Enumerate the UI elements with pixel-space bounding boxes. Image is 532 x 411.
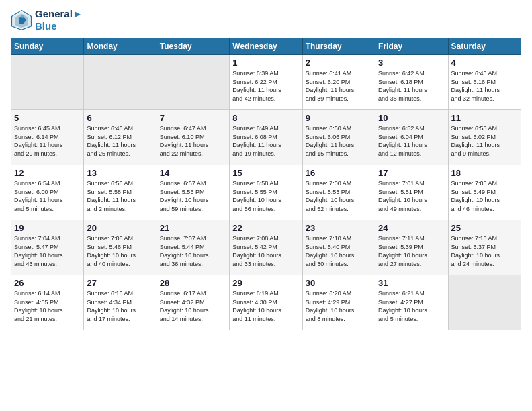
weekday-header-monday: Monday xyxy=(84,38,157,55)
day-number: 20 xyxy=(87,223,153,233)
week-row-5: 26Sunrise: 6:14 AM Sunset: 4:35 PM Dayli… xyxy=(11,275,521,330)
day-cell: 2Sunrise: 6:41 AM Sunset: 6:20 PM Daylig… xyxy=(302,55,375,110)
day-info: Sunrise: 6:43 AM Sunset: 6:16 PM Dayligh… xyxy=(451,69,518,103)
day-cell: 13Sunrise: 6:56 AM Sunset: 5:58 PM Dayli… xyxy=(84,165,157,220)
day-number: 4 xyxy=(451,58,518,68)
day-info: Sunrise: 6:52 AM Sunset: 6:04 PM Dayligh… xyxy=(378,124,445,158)
day-info: Sunrise: 7:06 AM Sunset: 5:46 PM Dayligh… xyxy=(87,234,153,268)
day-cell xyxy=(157,55,229,110)
day-cell: 12Sunrise: 6:54 AM Sunset: 6:00 PM Dayli… xyxy=(11,165,84,220)
day-number: 14 xyxy=(160,168,226,178)
day-cell: 7Sunrise: 6:47 AM Sunset: 6:10 PM Daylig… xyxy=(157,110,229,165)
day-cell: 23Sunrise: 7:10 AM Sunset: 5:40 PM Dayli… xyxy=(302,220,375,275)
day-number: 31 xyxy=(378,278,445,288)
day-number: 21 xyxy=(160,223,226,233)
day-info: Sunrise: 7:08 AM Sunset: 5:42 PM Dayligh… xyxy=(232,234,299,268)
day-cell: 19Sunrise: 7:04 AM Sunset: 5:47 PM Dayli… xyxy=(11,220,84,275)
day-cell: 30Sunrise: 6:20 AM Sunset: 4:29 PM Dayli… xyxy=(302,275,375,330)
day-cell: 31Sunrise: 6:21 AM Sunset: 4:27 PM Dayli… xyxy=(375,275,448,330)
day-number: 16 xyxy=(306,168,372,178)
weekday-header-wednesday: Wednesday xyxy=(230,38,302,55)
day-cell: 14Sunrise: 6:57 AM Sunset: 5:56 PM Dayli… xyxy=(157,165,229,220)
day-number: 7 xyxy=(160,113,226,123)
day-cell: 1Sunrise: 6:39 AM Sunset: 6:22 PM Daylig… xyxy=(230,55,302,110)
day-cell: 17Sunrise: 7:01 AM Sunset: 5:51 PM Dayli… xyxy=(375,165,448,220)
day-cell: 29Sunrise: 6:19 AM Sunset: 4:30 PM Dayli… xyxy=(230,275,302,330)
day-number: 28 xyxy=(160,278,226,288)
day-info: Sunrise: 7:07 AM Sunset: 5:44 PM Dayligh… xyxy=(160,234,226,268)
day-cell: 9Sunrise: 6:50 AM Sunset: 6:06 PM Daylig… xyxy=(302,110,375,165)
day-info: Sunrise: 6:53 AM Sunset: 6:02 PM Dayligh… xyxy=(451,124,518,158)
header: General► Blue xyxy=(11,8,521,32)
day-number: 6 xyxy=(87,113,153,123)
day-cell xyxy=(448,275,521,330)
day-info: Sunrise: 6:47 AM Sunset: 6:10 PM Dayligh… xyxy=(160,124,226,158)
day-cell: 5Sunrise: 6:45 AM Sunset: 6:14 PM Daylig… xyxy=(11,110,84,165)
day-number: 30 xyxy=(306,278,372,288)
week-row-2: 5Sunrise: 6:45 AM Sunset: 6:14 PM Daylig… xyxy=(11,110,521,165)
day-info: Sunrise: 6:41 AM Sunset: 6:20 PM Dayligh… xyxy=(306,69,372,103)
day-info: Sunrise: 6:57 AM Sunset: 5:56 PM Dayligh… xyxy=(160,179,226,213)
weekday-header-thursday: Thursday xyxy=(302,38,375,55)
day-number: 5 xyxy=(14,113,81,123)
day-cell: 10Sunrise: 6:52 AM Sunset: 6:04 PM Dayli… xyxy=(375,110,448,165)
day-cell: 25Sunrise: 7:13 AM Sunset: 5:37 PM Dayli… xyxy=(448,220,521,275)
day-info: Sunrise: 7:11 AM Sunset: 5:39 PM Dayligh… xyxy=(378,234,445,268)
day-info: Sunrise: 6:46 AM Sunset: 6:12 PM Dayligh… xyxy=(87,124,153,158)
weekday-header-tuesday: Tuesday xyxy=(157,38,229,55)
day-number: 18 xyxy=(451,168,518,178)
day-number: 10 xyxy=(378,113,445,123)
day-cell: 6Sunrise: 6:46 AM Sunset: 6:12 PM Daylig… xyxy=(84,110,157,165)
week-row-4: 19Sunrise: 7:04 AM Sunset: 5:47 PM Dayli… xyxy=(11,220,521,275)
day-cell: 20Sunrise: 7:06 AM Sunset: 5:46 PM Dayli… xyxy=(84,220,157,275)
day-info: Sunrise: 7:03 AM Sunset: 5:49 PM Dayligh… xyxy=(451,179,518,213)
day-info: Sunrise: 7:01 AM Sunset: 5:51 PM Dayligh… xyxy=(378,179,445,213)
calendar-table: SundayMondayTuesdayWednesdayThursdayFrid… xyxy=(11,38,521,330)
day-cell: 8Sunrise: 6:49 AM Sunset: 6:08 PM Daylig… xyxy=(230,110,302,165)
day-cell: 22Sunrise: 7:08 AM Sunset: 5:42 PM Dayli… xyxy=(230,220,302,275)
day-cell: 3Sunrise: 6:42 AM Sunset: 6:18 PM Daylig… xyxy=(375,55,448,110)
day-info: Sunrise: 6:45 AM Sunset: 6:14 PM Dayligh… xyxy=(14,124,81,158)
day-number: 15 xyxy=(232,168,299,178)
day-cell: 18Sunrise: 7:03 AM Sunset: 5:49 PM Dayli… xyxy=(448,165,521,220)
day-number: 26 xyxy=(14,278,81,288)
day-cell: 11Sunrise: 6:53 AM Sunset: 6:02 PM Dayli… xyxy=(448,110,521,165)
day-info: Sunrise: 6:58 AM Sunset: 5:55 PM Dayligh… xyxy=(232,179,299,213)
day-info: Sunrise: 7:00 AM Sunset: 5:53 PM Dayligh… xyxy=(306,179,372,213)
day-cell: 4Sunrise: 6:43 AM Sunset: 6:16 PM Daylig… xyxy=(448,55,521,110)
page: General► Blue SundayMondayTuesdayWednesd… xyxy=(0,0,532,336)
day-info: Sunrise: 6:39 AM Sunset: 6:22 PM Dayligh… xyxy=(232,69,299,103)
day-cell: 15Sunrise: 6:58 AM Sunset: 5:55 PM Dayli… xyxy=(230,165,302,220)
day-info: Sunrise: 6:20 AM Sunset: 4:29 PM Dayligh… xyxy=(306,289,372,323)
day-cell: 24Sunrise: 7:11 AM Sunset: 5:39 PM Dayli… xyxy=(375,220,448,275)
day-info: Sunrise: 6:54 AM Sunset: 6:00 PM Dayligh… xyxy=(14,179,81,213)
day-number: 17 xyxy=(378,168,445,178)
day-info: Sunrise: 6:50 AM Sunset: 6:06 PM Dayligh… xyxy=(306,124,372,158)
day-number: 1 xyxy=(232,58,299,68)
weekday-header-saturday: Saturday xyxy=(448,38,521,55)
day-number: 25 xyxy=(451,223,518,233)
day-info: Sunrise: 6:56 AM Sunset: 5:58 PM Dayligh… xyxy=(87,179,153,213)
day-info: Sunrise: 6:17 AM Sunset: 4:32 PM Dayligh… xyxy=(160,289,226,323)
day-number: 13 xyxy=(87,168,153,178)
logo: General► Blue xyxy=(11,8,83,32)
day-info: Sunrise: 6:16 AM Sunset: 4:34 PM Dayligh… xyxy=(87,289,153,323)
day-number: 27 xyxy=(87,278,153,288)
day-number: 29 xyxy=(232,278,299,288)
logo-icon xyxy=(11,9,32,31)
day-cell: 26Sunrise: 6:14 AM Sunset: 4:35 PM Dayli… xyxy=(11,275,84,330)
day-info: Sunrise: 6:21 AM Sunset: 4:27 PM Dayligh… xyxy=(378,289,445,323)
day-number: 23 xyxy=(306,223,372,233)
day-info: Sunrise: 6:14 AM Sunset: 4:35 PM Dayligh… xyxy=(14,289,81,323)
day-info: Sunrise: 7:13 AM Sunset: 5:37 PM Dayligh… xyxy=(451,234,518,268)
day-cell: 28Sunrise: 6:17 AM Sunset: 4:32 PM Dayli… xyxy=(157,275,229,330)
day-info: Sunrise: 6:19 AM Sunset: 4:30 PM Dayligh… xyxy=(232,289,299,323)
day-cell: 16Sunrise: 7:00 AM Sunset: 5:53 PM Dayli… xyxy=(302,165,375,220)
day-number: 19 xyxy=(14,223,81,233)
weekday-header-sunday: Sunday xyxy=(11,38,84,55)
weekday-header-row: SundayMondayTuesdayWednesdayThursdayFrid… xyxy=(11,38,521,55)
logo-text: General► Blue xyxy=(35,8,83,32)
week-row-3: 12Sunrise: 6:54 AM Sunset: 6:00 PM Dayli… xyxy=(11,165,521,220)
day-number: 3 xyxy=(378,58,445,68)
day-cell: 27Sunrise: 6:16 AM Sunset: 4:34 PM Dayli… xyxy=(84,275,157,330)
